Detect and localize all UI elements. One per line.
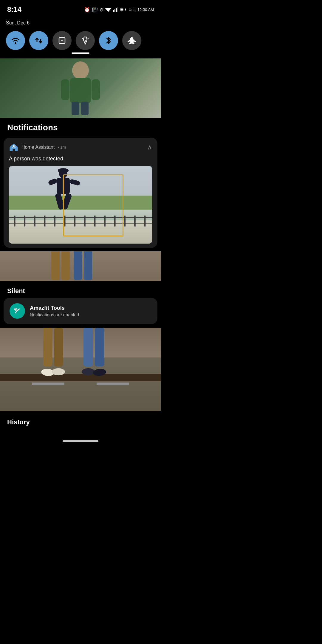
detection-image	[9, 166, 152, 244]
svg-point-15	[72, 61, 89, 79]
svg-rect-40	[58, 169, 69, 172]
svg-rect-17	[61, 79, 69, 100]
svg-rect-56	[83, 328, 93, 366]
svg-rect-7	[121, 9, 123, 11]
notification-body: A person was detected.	[4, 155, 157, 248]
svg-rect-10	[61, 37, 63, 38]
svg-rect-18	[92, 79, 100, 100]
svg-rect-57	[95, 328, 104, 366]
vibrate-icon: 📳	[92, 7, 98, 13]
flashlight-toggle[interactable]	[76, 31, 95, 50]
status-icons: ⏰ 📳 ⊖ Until 12:30 AM	[84, 7, 154, 13]
collapse-icon[interactable]: ∧	[147, 143, 152, 151]
amazfit-message: Notifications are enabled	[30, 312, 151, 317]
svg-rect-1	[113, 10, 114, 12]
dnd-icon: ⊖	[100, 7, 103, 13]
amazfit-notification[interactable]: Amazfit Tools Notifications are enabled	[4, 298, 157, 324]
svg-point-58	[82, 368, 95, 375]
detection-bounding-box	[63, 174, 123, 236]
notification-message: A person was detected.	[9, 156, 152, 162]
notifications-area: Notifications Home Assistant • 1m	[0, 58, 161, 431]
home-assistant-icon	[9, 143, 18, 152]
data-toggle[interactable]	[29, 31, 48, 50]
svg-point-55	[52, 368, 65, 375]
svg-rect-42	[48, 178, 58, 186]
quick-settings-panel: Sun, Dec 6 +	[0, 16, 161, 58]
notifications-heading: Notifications	[0, 118, 161, 137]
battery-icon	[120, 8, 126, 11]
amazfit-content: Amazfit Tools Notifications are enabled	[30, 305, 151, 317]
signal-icon	[113, 7, 118, 12]
quick-toggles-row: +	[6, 31, 155, 50]
status-time: 8:14	[7, 5, 21, 14]
svg-rect-48	[74, 251, 82, 280]
airplane-toggle[interactable]	[122, 31, 141, 50]
svg-rect-3	[116, 8, 117, 12]
svg-point-8	[15, 43, 16, 44]
svg-line-14	[88, 38, 89, 39]
svg-rect-20	[81, 102, 89, 115]
svg-point-59	[93, 368, 106, 377]
amazfit-icon	[10, 303, 25, 319]
svg-rect-4	[117, 7, 118, 12]
wifi-toggle[interactable]	[6, 31, 25, 50]
amazfit-app-name: Amazfit Tools	[30, 305, 151, 311]
svg-line-13	[82, 38, 83, 39]
notif-time: • 1m	[58, 145, 66, 150]
battery-saver-toggle[interactable]: +	[52, 31, 72, 50]
svg-marker-0	[105, 8, 111, 12]
svg-rect-52	[43, 328, 52, 366]
silent-heading: Silent	[0, 281, 161, 298]
svg-rect-49	[84, 251, 92, 280]
svg-rect-46	[51, 251, 60, 280]
alarm-icon: ⏰	[84, 7, 90, 13]
svg-rect-6	[125, 9, 126, 10]
svg-rect-19	[72, 102, 79, 115]
status-bar: 8:14 ⏰ 📳 ⊖ Until 12:30 AM	[0, 0, 161, 16]
wifi-signal-icon	[105, 7, 111, 12]
notification-header: Home Assistant • 1m ∧	[4, 138, 157, 155]
home-assistant-notification[interactable]: Home Assistant • 1m ∧ A person was detec…	[4, 138, 157, 248]
battery-text: Until 12:30 AM	[129, 7, 154, 12]
date-display: Sun, Dec 6	[6, 20, 155, 26]
svg-rect-2	[114, 9, 115, 12]
bluetooth-toggle[interactable]	[99, 31, 118, 50]
history-heading: History	[0, 412, 161, 429]
svg-rect-16	[70, 78, 91, 103]
svg-text:+: +	[61, 38, 63, 43]
drag-handle	[72, 52, 89, 54]
home-indicator[interactable]	[63, 440, 98, 442]
svg-rect-47	[61, 251, 70, 280]
app-name: Home Assistant	[21, 145, 55, 150]
svg-rect-53	[54, 328, 63, 366]
app-info: Home Assistant • 1m	[9, 143, 66, 152]
